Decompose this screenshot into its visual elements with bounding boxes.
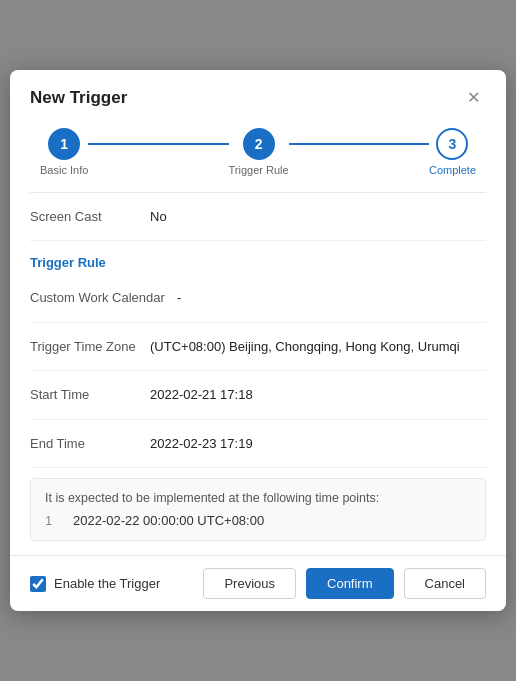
step-2-label: Trigger Rule xyxy=(229,164,289,176)
modal-header: New Trigger ✕ xyxy=(10,70,506,120)
trigger-time-zone-label: Trigger Time Zone xyxy=(30,337,150,357)
custom-work-calendar-label: Custom Work Calendar xyxy=(30,288,177,308)
cancel-button[interactable]: Cancel xyxy=(404,568,486,599)
start-time-label: Start Time xyxy=(30,385,150,405)
step-line-1 xyxy=(88,143,228,145)
step-3-circle: 3 xyxy=(436,128,468,160)
modal-body: Screen Cast No Trigger Rule Custom Work … xyxy=(10,193,506,556)
start-time-row: Start Time 2022-02-21 17:18 xyxy=(30,371,486,420)
modal-dialog: New Trigger ✕ 1 Basic Info 2 Trigger Rul… xyxy=(10,70,506,612)
enable-trigger-checkbox[interactable] xyxy=(30,576,46,592)
close-button[interactable]: ✕ xyxy=(461,88,486,108)
stepper: 1 Basic Info 2 Trigger Rule 3 Complete xyxy=(10,120,506,192)
info-box-item-1: 1 2022-02-22 00:00:00 UTC+08:00 xyxy=(45,513,471,528)
step-1-circle: 1 xyxy=(48,128,80,160)
step-2-circle: 2 xyxy=(243,128,275,160)
trigger-time-zone-row: Trigger Time Zone (UTC+08:00) Beijing, C… xyxy=(30,323,486,372)
step-3-label: Complete xyxy=(429,164,476,176)
trigger-time-zone-value: (UTC+08:00) Beijing, Chongqing, Hong Kon… xyxy=(150,337,486,357)
custom-work-calendar-row: Custom Work Calendar - xyxy=(30,274,486,323)
end-time-label: End Time xyxy=(30,434,150,454)
step-1-label: Basic Info xyxy=(40,164,88,176)
step-line-2 xyxy=(289,143,429,145)
info-box-item-value: 2022-02-22 00:00:00 UTC+08:00 xyxy=(73,513,264,528)
info-box: It is expected to be implemented at the … xyxy=(30,478,486,541)
modal-footer: Enable the Trigger Previous Confirm Canc… xyxy=(10,555,506,611)
step-1: 1 Basic Info xyxy=(40,128,88,176)
screen-cast-label: Screen Cast xyxy=(30,207,150,227)
step-3: 3 Complete xyxy=(429,128,476,176)
previous-button[interactable]: Previous xyxy=(203,568,296,599)
info-box-item-num: 1 xyxy=(45,513,61,528)
modal-overlay: New Trigger ✕ 1 Basic Info 2 Trigger Rul… xyxy=(0,0,516,681)
custom-work-calendar-value: - xyxy=(177,288,486,308)
end-time-row: End Time 2022-02-23 17:19 xyxy=(30,420,486,469)
confirm-button[interactable]: Confirm xyxy=(306,568,394,599)
enable-trigger-label: Enable the Trigger xyxy=(54,576,160,591)
trigger-rule-title: Trigger Rule xyxy=(30,241,486,274)
info-box-title: It is expected to be implemented at the … xyxy=(45,491,471,505)
screen-cast-value: No xyxy=(150,207,486,227)
end-time-value: 2022-02-23 17:19 xyxy=(150,434,486,454)
enable-trigger-checkbox-label[interactable]: Enable the Trigger xyxy=(30,576,193,592)
step-2: 2 Trigger Rule xyxy=(229,128,289,176)
screen-cast-row: Screen Cast No xyxy=(30,193,486,242)
modal-title: New Trigger xyxy=(30,88,127,108)
start-time-value: 2022-02-21 17:18 xyxy=(150,385,486,405)
